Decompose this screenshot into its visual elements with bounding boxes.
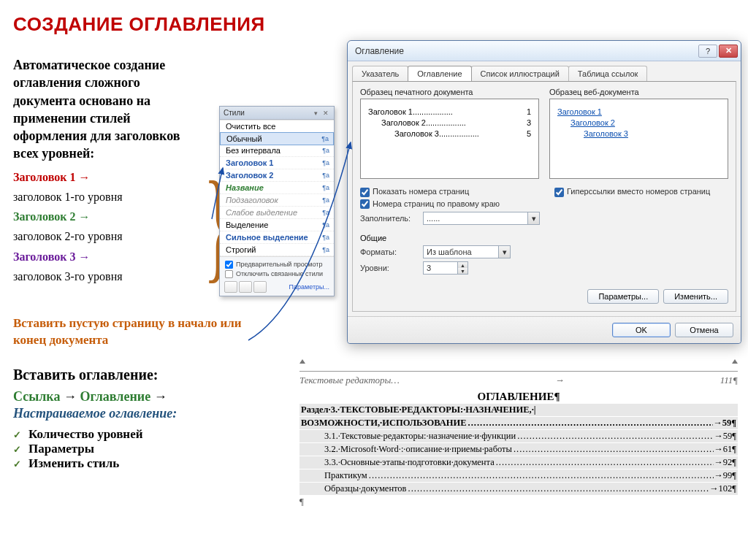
h1-style: Заголовок 1 → (13, 171, 90, 183)
style-row[interactable]: Выделение¶a (220, 219, 334, 231)
toc-entry: Практикум...............................… (299, 469, 738, 482)
style-row[interactable]: Заголовок 2¶a (220, 169, 334, 182)
help-button[interactable]: ? (698, 45, 717, 58)
page-title: СОЗДАНИЕ ОГЛАВЛЕНИЯ (13, 13, 298, 36)
levels-spinner[interactable]: 3 ▲▼ (423, 261, 468, 275)
dialog-tabs: Указатель Оглавление Список иллюстраций … (348, 61, 741, 81)
web-preview-link[interactable]: Заголовок 1 (557, 107, 720, 116)
filler-combo[interactable]: ......▾ (423, 212, 540, 225)
web-preview-label: Образец веб-документа (549, 88, 728, 96)
style-row[interactable]: Обычный¶a (220, 132, 334, 145)
clear-all[interactable]: Очистить все (220, 120, 334, 133)
styles-window-controls[interactable]: ▾ ✕ (314, 110, 330, 117)
tab-figures[interactable]: Список иллюстраций (471, 66, 569, 81)
spinner-down-icon[interactable]: ▼ (458, 268, 468, 274)
web-preview-link[interactable]: Заголовок 2 (557, 118, 720, 127)
chevron-down-icon: ▾ (527, 212, 539, 224)
toc-title: ОГЛАВЛЕНИЕ¶ (299, 391, 738, 403)
ok-button[interactable]: OK (612, 323, 671, 337)
manage-styles-icon[interactable] (253, 281, 267, 293)
web-preview-link[interactable]: Заголовок 3 (557, 129, 720, 138)
print-preview: Заголовок 1..................1Заголовок … (360, 99, 539, 179)
filler-label: Заполнитель: (360, 214, 419, 223)
web-preview: Заголовок 1Заголовок 2Заголовок 3 (549, 99, 728, 179)
tab-toc[interactable]: Оглавление (408, 66, 471, 81)
check-params: Параметры (13, 442, 298, 456)
general-group: Общие (360, 234, 728, 242)
style-row[interactable]: Заголовок 1¶a (220, 157, 334, 169)
doc-header-pagenum: 111¶ (720, 375, 738, 386)
disable-linked-checkbox[interactable]: Отключить связанные стили (224, 269, 329, 279)
toc-entry: Образцы·документов......................… (299, 483, 738, 495)
styles-params-link[interactable]: Параметры... (289, 283, 329, 291)
custom-toc-options: Количество уровней Параметры Изменить ст… (13, 427, 298, 471)
style-row[interactable]: Сильное выделение¶a (220, 231, 334, 244)
options-button[interactable]: Параметры... (587, 289, 659, 304)
style-inspector-icon[interactable] (239, 281, 252, 293)
styles-title: Стили (224, 109, 245, 117)
styles-pane: Стили ▾ ✕ Очистить все Обычный¶aБез инте… (219, 106, 335, 296)
insert-page-note: Вставить пустую страницу в начало или ко… (13, 315, 254, 349)
style-row[interactable]: Название¶a (220, 182, 334, 194)
close-button[interactable]: ✕ (719, 45, 738, 58)
toc-entry: Раздел·3.·ТЕКСТОВЫЕ·РЕДАКТОРЫ:·НАЗНАЧЕНИ… (299, 404, 738, 416)
modify-button[interactable]: Изменить... (663, 289, 728, 304)
print-preview-label: Образец печатного документа (360, 88, 539, 96)
right-align-checkbox[interactable]: Номера страниц по правому краю (360, 199, 540, 210)
tab-index[interactable]: Указатель (352, 66, 408, 81)
new-style-icon[interactable] (224, 281, 237, 293)
paragraph-mark: ¶ (299, 496, 738, 507)
formats-label: Форматы: (360, 248, 419, 256)
insert-toc-header: Вставить оглавление: (13, 367, 298, 383)
toc-dialog: Оглавление ? ✕ Указатель Оглавление Спис… (347, 40, 741, 344)
dialog-title: Оглавление (355, 46, 404, 56)
toc-entry: 3.1.·Текстовые·редакторы:·назначение·и·ф… (299, 430, 738, 442)
toc-entry: ВОЗМОЖНОСТИ,·ИСПОЛЬЗОВАНИЕ..............… (299, 417, 738, 429)
formats-combo[interactable]: Из шаблона▾ (423, 245, 511, 258)
chevron-down-icon: ▾ (498, 246, 510, 258)
ruler (299, 361, 738, 372)
toc-entry: 3.3.·Основные·этапы·подготовки·документа… (299, 456, 738, 469)
check-levels: Количество уровней (13, 427, 298, 442)
doc-header-left: Текстовые редакторы… (299, 375, 400, 386)
h2-style: Заголовок 2 → (13, 210, 90, 223)
show-pages-checkbox[interactable]: Показать номера страниц (360, 187, 540, 197)
style-row[interactable]: Без интервала¶a (220, 145, 334, 157)
style-row[interactable]: Строгий¶a (220, 244, 334, 256)
hyperlinks-checkbox[interactable]: Гиперссылки вместо номеров страниц (554, 187, 728, 197)
document-preview: Текстовые редакторы…→111¶ ОГЛАВЛЕНИЕ¶ Ра… (299, 361, 738, 507)
spinner-up-icon[interactable]: ▲ (458, 262, 468, 268)
styles-titlebar: Стили ▾ ✕ (220, 107, 334, 120)
levels-label: Уровни: (360, 264, 419, 272)
style-row[interactable]: Подзаголовок¶a (220, 194, 334, 207)
custom-toc-label: Настраиваемое оглавление: (13, 406, 298, 421)
toc-entry: 3.2.·Microsoft·Word·:·описание·и·приемы·… (299, 443, 738, 456)
check-modify-style: Изменить стиль (13, 456, 298, 471)
h3-style: Заголовок 3 → (13, 250, 90, 263)
style-row[interactable]: Слабое выделение¶a (220, 207, 334, 219)
intro-text: Автоматическое создание оглавления сложн… (13, 56, 188, 163)
preview-checkbox[interactable]: Предварительный просмотр (224, 260, 329, 269)
menu-path: Ссылка → Оглавление → (13, 389, 298, 404)
tab-authorities[interactable]: Таблица ссылок (568, 66, 648, 81)
cancel-button[interactable]: Отмена (675, 323, 733, 337)
